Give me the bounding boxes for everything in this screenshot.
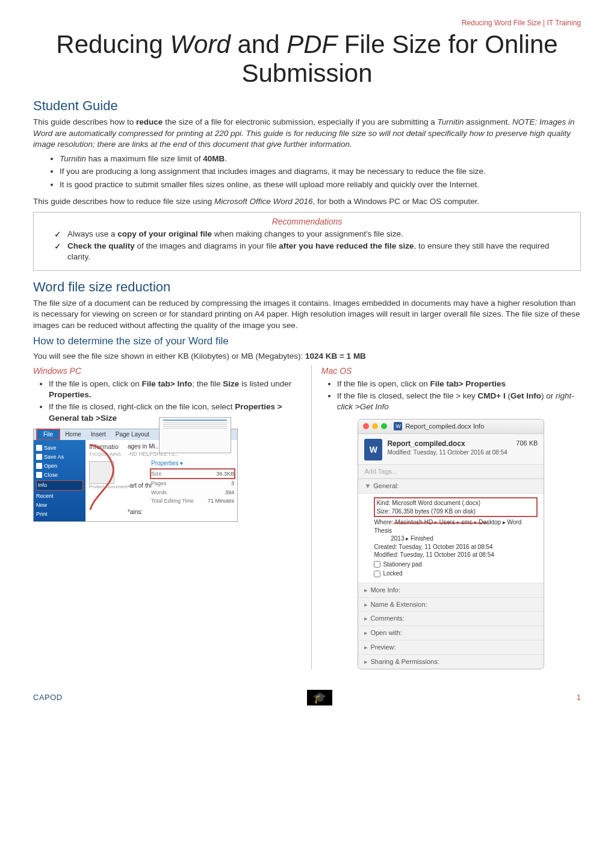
column-macos: Mac OS If the file is open, click on Fil… bbox=[311, 365, 581, 669]
checkbox-input[interactable] bbox=[374, 571, 380, 577]
graduation-cap-icon: 🎓 bbox=[313, 690, 326, 705]
recommendations-box: Recommendations Always use a copy of you… bbox=[33, 212, 581, 271]
info-size: Size: 706,358 bytes (709 KB on disk) bbox=[376, 507, 535, 516]
section-label: Open with: bbox=[370, 629, 402, 636]
sg-intro-a: This guide describes how to bbox=[33, 117, 136, 126]
doc-modified: Modified: Tuesday, 11 October 2016 at 08… bbox=[387, 448, 507, 457]
sg-b1-post: . bbox=[225, 154, 227, 163]
windows-col-heading: Windows PC bbox=[33, 365, 303, 377]
sidebar-item-close[interactable]: Close bbox=[36, 471, 83, 479]
sidebar-item-new[interactable]: New bbox=[36, 501, 83, 509]
section-label: Comments: bbox=[370, 615, 404, 622]
where-label: Where: bbox=[374, 519, 395, 525]
open-icon bbox=[36, 463, 42, 469]
sg-close-c: , for both a Windows PC or Mac OS comput… bbox=[312, 197, 479, 206]
traffic-light-minimize-icon[interactable] bbox=[372, 423, 378, 429]
sidebar-item-info[interactable]: Info bbox=[36, 480, 83, 490]
general-section-body: Kind: Microsoft Word document (.docx) Si… bbox=[358, 494, 544, 583]
footer-page-number: 1 bbox=[577, 692, 581, 703]
list-item: It is good practice to submit smaller fi… bbox=[60, 179, 581, 190]
tab-page-layout[interactable]: Page Layout bbox=[111, 430, 154, 439]
info-modified: Modified: Tuesday, 11 October 2016 at 08… bbox=[374, 551, 538, 559]
list-item: If the file is open, click on File tab> … bbox=[337, 379, 581, 389]
sg-intro-b: the size of a file for electronic submis… bbox=[163, 117, 437, 126]
sg-close-b: Microsoft Office Word 2016 bbox=[214, 197, 313, 206]
sg-b1-mid: has a maximum file size limit of bbox=[86, 154, 203, 163]
windows-app-window: File Home Insert Page Layout View EndNot… bbox=[33, 429, 238, 522]
rec2-bold2: after you have reduced the file size bbox=[279, 241, 414, 250]
student-guide-intro: This guide describes how to reduce the s… bbox=[33, 117, 581, 150]
list-item: Turnitin has a maximum file size limit o… bbox=[60, 153, 581, 164]
recommendations-list: Always use a copy of your original file … bbox=[54, 229, 572, 263]
checkbox-label: Locked bbox=[383, 569, 402, 578]
mac-b1a: If the file is open, click on bbox=[337, 379, 430, 388]
tab-home[interactable]: Home bbox=[60, 430, 86, 439]
prop-label: Total Editing Time bbox=[151, 497, 194, 504]
section-name-extension[interactable]: ▸Name & Extension: bbox=[358, 598, 544, 612]
sidebar-item-recent[interactable]: Recent bbox=[36, 492, 83, 500]
sidebar-item-label: Close bbox=[44, 471, 58, 479]
heading-determine-size: How to determine the size of your Word f… bbox=[33, 335, 581, 349]
prop-value: 71 Minutes bbox=[208, 497, 234, 504]
checkbox-locked[interactable]: Locked bbox=[374, 569, 538, 578]
rec2-mid: of the images and diagrams in your file bbox=[135, 241, 279, 250]
properties-title[interactable]: Properties ▾ bbox=[151, 459, 234, 468]
win-b1bold2: Size bbox=[223, 379, 239, 388]
info-kind: Kind: Microsoft Word document (.docx) bbox=[376, 499, 535, 507]
section-open-with[interactable]: ▸Open with: bbox=[358, 626, 544, 640]
backstage-mid: Informatio T:\CQSD-AINS Protect Document bbox=[89, 442, 128, 491]
traffic-light-zoom-icon[interactable] bbox=[381, 423, 387, 429]
disclosure-triangle-icon: ▸ bbox=[364, 615, 368, 622]
macos-titlebar: W Report_compiled.docx Info bbox=[358, 420, 544, 434]
traffic-light-close-icon[interactable] bbox=[363, 423, 369, 429]
section-comments[interactable]: ▸Comments: bbox=[358, 612, 544, 626]
disclosure-triangle-icon: ▸ bbox=[364, 586, 368, 594]
win-b1bold3: Properties. bbox=[49, 390, 91, 399]
section-label: Name & Extension: bbox=[370, 601, 427, 608]
sidebar-item-save[interactable]: Save bbox=[36, 444, 83, 451]
section-sharing-permissions[interactable]: ▸Sharing & Permissions: bbox=[358, 655, 544, 669]
section-general[interactable]: ▼General: bbox=[358, 479, 544, 494]
sg-intro-d: assignment. bbox=[464, 117, 512, 126]
sidebar-item-print[interactable]: Print bbox=[36, 510, 83, 518]
sidebar-item-save-as[interactable]: Save As bbox=[36, 453, 83, 460]
win-b1c: is listed under bbox=[239, 379, 291, 388]
word-reduction-para: The file size of a document can be reduc… bbox=[33, 298, 581, 331]
properties-panel: Properties ▾ Size36.3KB Pages3 Words394 … bbox=[151, 459, 234, 505]
page-title: Reducing Word and PDF File Size for Onli… bbox=[33, 30, 581, 88]
list-item: If you are producing a long assignment t… bbox=[60, 166, 581, 177]
mac-b2a: If the file is closed, select the file >… bbox=[337, 391, 478, 400]
column-windows: Windows PC If the file is open, click on… bbox=[33, 365, 303, 522]
section-preview[interactable]: ▸Preview: bbox=[358, 640, 544, 655]
sg-b1-bold: 40MB bbox=[203, 154, 225, 163]
ds-intro-bold: 1024 KB = 1 MB bbox=[305, 352, 366, 361]
windows-screenshot: File Home Insert Page Layout View EndNot… bbox=[33, 429, 303, 522]
add-tags-row[interactable]: Add Tags... bbox=[358, 465, 544, 479]
mac-b2pa: ( bbox=[506, 391, 510, 400]
protect-document-label: Protect Document bbox=[89, 484, 128, 491]
checkbox-input[interactable] bbox=[374, 561, 380, 568]
info-where: Where: Macintosh HD ▸ Users ▸ smc ▸ Desk… bbox=[374, 518, 538, 535]
disclosure-triangle-icon: ▼ bbox=[364, 482, 371, 489]
doc-size-header: 706 KB bbox=[516, 439, 538, 448]
section-more-info[interactable]: ▸More Info: bbox=[358, 583, 544, 598]
doc-name: Report_compiled.docx bbox=[387, 439, 507, 448]
sidebar-item-label: Save bbox=[44, 444, 57, 451]
recommendations-title: Recommendations bbox=[42, 216, 572, 228]
win-b1b: ; the file bbox=[192, 379, 223, 388]
macos-getinfo-window: W Report_compiled.docx Info W Report_com… bbox=[358, 419, 544, 669]
section-label: General: bbox=[373, 482, 398, 489]
title-part-a: Reducing bbox=[56, 30, 170, 58]
student-guide-closing: This guide describes how to reduce file … bbox=[33, 196, 581, 207]
list-item: Always use a copy of your original file … bbox=[54, 229, 572, 240]
sg-intro-bold: reduce bbox=[136, 117, 163, 126]
student-guide-bullets: Turnitin has a maximum file size limit o… bbox=[60, 153, 581, 190]
rec2-bold1: Check the quality bbox=[67, 241, 135, 250]
checkbox-stationery[interactable]: Stationery pad bbox=[374, 560, 538, 569]
sidebar-item-open[interactable]: Open bbox=[36, 462, 83, 470]
tab-file[interactable]: File bbox=[36, 429, 60, 441]
tab-insert[interactable]: Insert bbox=[86, 430, 111, 439]
sidebar-item-label: Print bbox=[36, 510, 48, 518]
disclosure-triangle-icon: ▸ bbox=[364, 601, 368, 608]
mac-b1bold: File tab> Properties bbox=[430, 379, 506, 388]
